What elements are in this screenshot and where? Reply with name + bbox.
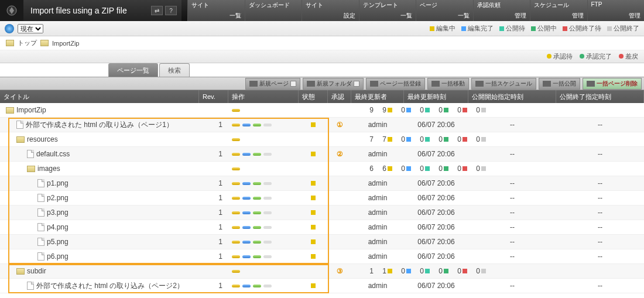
button-icon bbox=[431, 81, 440, 87]
table-row[interactable]: p1.png1admin06/07 20:06---- bbox=[0, 176, 644, 191]
row-op bbox=[228, 197, 299, 200]
toggle-icon[interactable]: ⇄ bbox=[151, 6, 163, 15]
op-pill[interactable] bbox=[232, 226, 240, 229]
col-st[interactable]: 状態 bbox=[299, 90, 328, 103]
table-row[interactable]: p5.png1admin06/07 20:06---- bbox=[0, 235, 644, 249]
toolbar-button[interactable]: 新規ページ bbox=[245, 78, 300, 90]
row-pub-end: -- bbox=[556, 282, 644, 290]
op-pill[interactable] bbox=[263, 153, 272, 156]
col-rev[interactable]: Rev. bbox=[199, 90, 228, 103]
top-menus: サイト一覧ダッシュボードサイト設定テンプレート一覧ページ一覧承認依頼管理スケジュ… bbox=[187, 0, 644, 21]
col-upd[interactable]: 最終更新者 bbox=[351, 90, 404, 103]
top-menu-item[interactable]: テンプレート一覧 bbox=[359, 0, 416, 21]
table-row[interactable]: subdir③1100000 bbox=[0, 264, 644, 279]
toolbar-button[interactable]: 一括ページ削除 bbox=[583, 78, 642, 90]
op-pill[interactable] bbox=[242, 182, 251, 185]
menu-sublabel: 一覧 bbox=[363, 12, 413, 20]
op-pill[interactable] bbox=[232, 197, 240, 200]
op-pill[interactable] bbox=[263, 255, 272, 258]
op-pill[interactable] bbox=[253, 241, 261, 244]
row-title: p1.png bbox=[47, 179, 68, 187]
row-op bbox=[228, 211, 299, 214]
menu-sublabel: 一覧 bbox=[420, 12, 470, 20]
op-pill[interactable] bbox=[232, 109, 240, 112]
op-pill[interactable] bbox=[253, 197, 261, 200]
button-icon bbox=[307, 81, 315, 87]
op-pill[interactable] bbox=[232, 241, 240, 244]
op-pill[interactable] bbox=[263, 197, 272, 200]
top-menu-item[interactable]: サイト一覧 bbox=[187, 0, 245, 21]
op-pill[interactable] bbox=[232, 270, 240, 273]
col-ap[interactable]: 承認 bbox=[328, 90, 351, 103]
table-row[interactable]: default.css1②admin06/07 20:06---- bbox=[0, 147, 644, 162]
op-pill[interactable] bbox=[232, 211, 240, 214]
op-pill[interactable] bbox=[253, 255, 261, 258]
op-pill[interactable] bbox=[242, 153, 251, 156]
col-title[interactable]: タイトル bbox=[0, 90, 199, 103]
globe-icon bbox=[5, 24, 14, 33]
col-op[interactable]: 操作 bbox=[228, 90, 299, 103]
row-title-cell: p3.png bbox=[0, 208, 199, 217]
toolbar-button[interactable]: ページ一括登録 bbox=[366, 78, 425, 90]
op-pill[interactable] bbox=[242, 197, 251, 200]
op-pill[interactable] bbox=[242, 255, 251, 258]
op-pill[interactable] bbox=[263, 182, 272, 185]
breadcrumb-current[interactable]: ImportZip bbox=[52, 40, 79, 47]
op-pill[interactable] bbox=[253, 211, 261, 214]
op-pill[interactable] bbox=[242, 241, 251, 244]
op-pill[interactable] bbox=[242, 211, 251, 214]
view-selector[interactable]: 現在 bbox=[18, 24, 43, 33]
table-row[interactable]: resources7700000 bbox=[0, 132, 644, 147]
op-pill[interactable] bbox=[232, 167, 240, 170]
row-time: 06/07 20:06 bbox=[404, 252, 468, 261]
row-title: default.css bbox=[36, 150, 70, 158]
tab-search[interactable]: 検索 bbox=[159, 63, 190, 77]
op-pill[interactable] bbox=[253, 153, 261, 156]
col-pub1[interactable]: 公開開始指定時刻 bbox=[468, 90, 556, 103]
toolbar-button[interactable]: 一括公開 bbox=[539, 78, 580, 90]
op-pill[interactable] bbox=[242, 226, 251, 229]
op-pill[interactable] bbox=[263, 241, 272, 244]
table-row[interactable]: ImportZip9900000 bbox=[0, 103, 644, 118]
table-row[interactable]: 外部で作成された html の取り込み（ページ1）1①admin06/07 20… bbox=[0, 118, 644, 132]
op-pill[interactable] bbox=[232, 153, 240, 156]
top-menu-item[interactable]: FTP管理 bbox=[587, 0, 645, 21]
table-row[interactable]: p2.png1admin06/07 20:06---- bbox=[0, 191, 644, 205]
toolbar-button[interactable]: 一括スケジュール bbox=[471, 78, 536, 90]
top-menu-item[interactable]: ページ一覧 bbox=[416, 0, 473, 21]
table-row[interactable]: p3.png1admin06/07 20:06---- bbox=[0, 205, 644, 220]
table-row[interactable]: p6.png1admin06/07 20:06---- bbox=[0, 249, 644, 264]
toolbar-button[interactable]: 一括移動 bbox=[427, 78, 469, 90]
op-pill[interactable] bbox=[242, 285, 251, 287]
count-square bbox=[481, 108, 486, 112]
tab-page-list[interactable]: ページ一覧 bbox=[108, 63, 158, 77]
op-pill[interactable] bbox=[253, 285, 261, 287]
toolbar-button[interactable]: 新規フォルダ bbox=[303, 78, 364, 90]
top-menu-item[interactable]: 承認依頼管理 bbox=[473, 0, 530, 21]
op-pill[interactable] bbox=[263, 211, 272, 214]
op-pill[interactable] bbox=[253, 226, 261, 229]
col-time[interactable]: 最終更新時刻 bbox=[404, 90, 468, 103]
table-row[interactable]: images6600000 bbox=[0, 162, 644, 176]
top-menu-item[interactable]: ダッシュボード bbox=[245, 0, 302, 21]
op-pill[interactable] bbox=[232, 124, 240, 126]
op-pill[interactable] bbox=[232, 138, 240, 141]
row-pub-start: -- bbox=[468, 238, 556, 246]
op-pill[interactable] bbox=[242, 124, 251, 126]
op-pill[interactable] bbox=[253, 182, 261, 185]
table-row[interactable]: p4.png1admin06/07 20:06---- bbox=[0, 220, 644, 235]
status-square bbox=[311, 254, 316, 259]
op-pill[interactable] bbox=[263, 285, 272, 287]
breadcrumb-root[interactable]: トップ bbox=[18, 39, 37, 47]
help-icon[interactable]: ? bbox=[165, 6, 177, 15]
top-menu-item[interactable]: サイト設定 bbox=[302, 0, 359, 21]
op-pill[interactable] bbox=[263, 226, 272, 229]
top-menu-item[interactable]: スケジュール管理 bbox=[530, 0, 587, 21]
table-row[interactable]: 外部で作成された html の取り込み（ページ2）1admin06/07 20:… bbox=[0, 279, 644, 293]
op-pill[interactable] bbox=[232, 182, 240, 185]
col-pub2[interactable]: 公開終了指定時刻 bbox=[556, 90, 644, 103]
op-pill[interactable] bbox=[253, 124, 261, 126]
op-pill[interactable] bbox=[232, 255, 240, 258]
op-pill[interactable] bbox=[232, 285, 240, 287]
op-pill[interactable] bbox=[263, 124, 272, 126]
